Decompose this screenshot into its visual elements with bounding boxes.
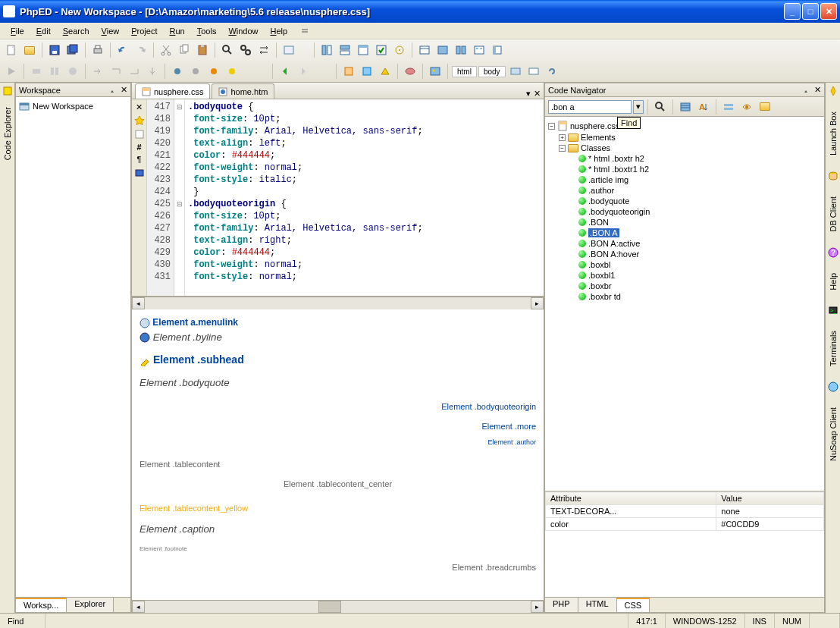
dropdown-icon[interactable]: ▾ [633,100,644,114]
gutter-x-icon[interactable]: ✕ [136,102,143,112]
tree-class-item[interactable]: .article img [548,174,821,185]
scroll-left-icon[interactable]: ◂ [132,601,145,613]
tree-folder-elements[interactable]: Elements [581,133,616,142]
panel2-button[interactable] [337,42,353,58]
tree-file[interactable]: nusphere.css [570,121,619,130]
scroll-left-icon[interactable]: ◂ [132,297,145,309]
nav-collapse-button[interactable] [720,99,737,115]
right-tab-launchbox[interactable]: Launch Box [827,107,839,160]
close-panel-icon[interactable]: ✕ [121,85,127,95]
code-editor[interactable]: .bodyquote { font-size: 10pt; font-famil… [185,99,544,296]
tree-class-item[interactable]: .BON [548,217,821,228]
minimize-button[interactable]: _ [784,3,801,20]
bp2-button[interactable] [187,63,204,80]
tree-class-item[interactable]: .boxbr td [548,291,821,302]
gutter-hash-icon[interactable]: # [136,143,141,152]
bp4-button[interactable] [224,63,240,80]
replace-button[interactable] [255,42,272,58]
tool-c-button[interactable] [377,63,393,80]
editor-tab-nusphere[interactable]: nusphere.css [135,83,210,99]
editor-hscroll[interactable]: ◂ ▸ [132,297,544,309]
debug3-button[interactable] [64,63,81,80]
nav-folder-button[interactable] [757,99,773,115]
attr-header[interactable]: Attribute [546,492,716,505]
breadcrumb-html[interactable]: html [452,66,477,77]
pin-icon[interactable] [802,86,811,95]
panel3-button[interactable] [355,42,371,58]
tree-class-item[interactable]: * html .boxtr h2 [548,153,821,164]
tree-class-item[interactable]: .BON A:hover [548,249,821,259]
bp1-button[interactable] [169,63,186,80]
nav-view1-button[interactable] [677,99,694,115]
tree-class-item[interactable]: .boxbr [548,281,821,291]
tree-class-item[interactable]: .author [548,185,821,196]
new-file-button[interactable] [3,42,20,58]
navigator-search-input[interactable] [548,100,632,114]
undo-button[interactable] [114,42,131,58]
tree-class-item[interactable]: .bodyquoteorigin [548,206,821,217]
ws-tab-explorer[interactable]: Explorer [67,598,114,612]
nav-find-button[interactable] [652,99,669,115]
crumb-more1-button[interactable] [507,63,524,80]
right-tab-terminals[interactable]: Terminals [827,326,839,371]
preview-hscroll[interactable]: ◂ ▸ [132,600,544,613]
panel7-button[interactable] [434,42,451,58]
nav-back-button[interactable] [277,63,293,80]
fold-column[interactable]: ⊟ ⊟ [174,99,185,296]
gutter-1-icon[interactable] [134,129,145,140]
tree-class-item[interactable]: .bodyquote [548,196,821,206]
gutter-para-icon[interactable]: ¶ [137,155,142,164]
navigator-tree[interactable]: −nusphere.css +Elements −Classes * html … [545,117,824,491]
menu-edit[interactable]: Edit [30,25,57,37]
close-panel-icon[interactable]: ✕ [814,85,821,95]
tool-img-button[interactable] [427,63,444,80]
right-tab-dbclient[interactable]: DB Client [827,192,839,236]
nav-tab-html[interactable]: HTML [578,598,617,612]
panel9-button[interactable] [471,42,487,58]
close-button[interactable]: ✕ [820,3,837,20]
print-button[interactable] [89,42,106,58]
crumb-more2-button[interactable] [525,63,542,80]
menu-tools[interactable]: Tools [191,25,223,37]
nav-fwd-button[interactable] [295,63,312,80]
run-button[interactable] [3,63,20,80]
tree-folder-classes[interactable]: Classes [581,143,610,152]
menu-run[interactable]: Run [164,25,191,37]
nav-tab-php[interactable]: PHP [545,598,578,612]
save-button[interactable] [46,42,63,58]
menu-file[interactable]: File [5,25,30,37]
tool-color-button[interactable] [402,63,418,80]
find-next-button[interactable] [237,42,254,58]
gutter-star-icon[interactable] [134,115,145,126]
nav-tab-css[interactable]: CSS [617,598,650,612]
tool-b-button[interactable] [359,63,375,80]
menu-view[interactable]: View [96,25,126,37]
nav-sort-button[interactable]: A [695,99,712,115]
panel8-button[interactable] [453,42,469,58]
panel10-button[interactable] [489,42,506,58]
find-button[interactable] [219,42,236,58]
step4-button[interactable] [144,63,161,80]
tree-class-item[interactable]: .BON A [548,228,821,238]
editor-tab-home[interactable]: home.htm [212,83,274,99]
project-button[interactable] [281,42,297,58]
step3-button[interactable] [126,63,143,80]
step2-button[interactable] [108,63,124,80]
table-row[interactable]: TEXT-DECORA...none [546,505,824,518]
table-row[interactable]: color#C0CDD9 [546,518,824,531]
tab-close-icon[interactable]: ✕ [534,89,541,99]
pin-icon[interactable] [108,86,118,95]
open-file-button[interactable] [21,42,38,58]
save-all-button[interactable] [64,42,81,58]
panel1-button[interactable] [318,42,335,58]
maximize-button[interactable]: □ [802,3,819,20]
tree-class-item[interactable]: .boxbl1 [548,270,821,281]
breadcrumb-body[interactable]: body [478,66,506,77]
link-icon[interactable] [544,63,560,80]
step1-button[interactable] [89,63,106,80]
tree-class-item[interactable]: .boxbl [548,259,821,270]
menu-project[interactable]: Project [125,25,163,37]
right-tab-help[interactable]: Help [827,268,839,295]
workspace-root-node[interactable]: New Workspace [19,100,127,112]
debug1-button[interactable] [28,63,45,80]
